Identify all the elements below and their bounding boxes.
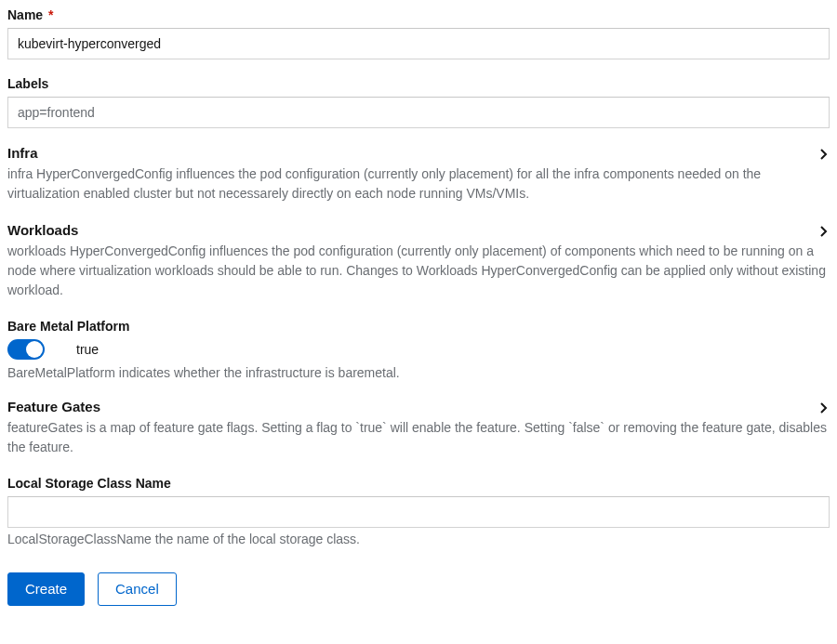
infra-description: infra HyperConvergedConfig influences th… [7,164,830,204]
bare-metal-section: Bare Metal Platform true BareMetalPlatfo… [7,319,830,380]
infra-section: Infra infra HyperConvergedConfig influen… [7,145,830,204]
bare-metal-toggle-row: true [7,339,830,360]
workloads-section: Workloads workloads HyperConvergedConfig… [7,222,830,300]
labels-input[interactable] [7,97,830,128]
cancel-button[interactable]: Cancel [98,572,177,606]
feature-gates-section: Feature Gates featureGates is a map of f… [7,399,830,457]
feature-gates-description: featureGates is a map of feature gate fl… [7,418,830,457]
bare-metal-toggle[interactable] [7,339,45,360]
workloads-title: Workloads [7,222,78,238]
form-actions: Create Cancel [7,572,830,606]
name-group: Name * [7,7,830,59]
local-storage-section: Local Storage Class Name LocalStorageCla… [7,476,830,546]
chevron-right-icon [820,226,830,235]
feature-gates-title: Feature Gates [7,399,100,414]
infra-title: Infra [7,145,38,161]
labels-group: Labels [7,76,830,128]
name-label-text: Name [7,7,43,22]
workloads-description: workloads HyperConvergedConfig influence… [7,242,830,300]
create-button[interactable]: Create [7,572,85,606]
chevron-right-icon [820,149,830,158]
local-storage-title: Local Storage Class Name [7,476,830,491]
bare-metal-description: BareMetalPlatform indicates whether the … [7,365,830,380]
chevron-right-icon [820,402,830,412]
workloads-header[interactable]: Workloads [7,222,830,238]
local-storage-input[interactable] [7,496,830,528]
local-storage-description: LocalStorageClassName the name of the lo… [7,532,830,546]
bare-metal-value: true [76,342,99,357]
toggle-knob [26,341,43,358]
infra-header[interactable]: Infra [7,145,830,161]
bare-metal-title: Bare Metal Platform [7,319,830,334]
name-input[interactable] [7,28,830,59]
feature-gates-header[interactable]: Feature Gates [7,399,830,414]
name-label: Name * [7,7,830,22]
required-indicator: * [48,7,53,22]
labels-label: Labels [7,76,830,91]
